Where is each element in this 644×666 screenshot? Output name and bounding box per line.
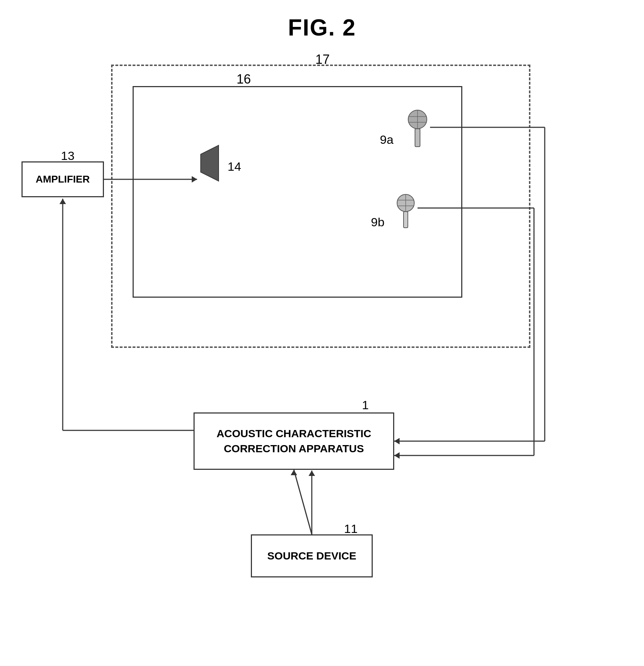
svg-rect-10 xyxy=(404,212,408,228)
svg-marker-16 xyxy=(394,438,400,444)
source-device-box: SOURCE DEVICE xyxy=(251,534,373,577)
svg-line-24 xyxy=(294,470,312,534)
label-14: 14 xyxy=(228,160,241,174)
amplifier-label: AMPLIFIER xyxy=(36,174,90,185)
microphone-9b xyxy=(394,194,418,233)
microphone-9a xyxy=(405,109,430,152)
acca-box: ACOUSTIC CHARACTERISTICCORRECTION APPARA… xyxy=(194,412,394,470)
svg-rect-5 xyxy=(415,129,420,147)
svg-marker-25 xyxy=(291,470,297,475)
source-label: SOURCE DEVICE xyxy=(267,550,356,562)
svg-marker-27 xyxy=(309,471,315,476)
label-9b: 9b xyxy=(371,215,385,229)
svg-marker-23 xyxy=(59,199,66,204)
label-1: 1 xyxy=(362,398,369,412)
page-container: FIG. 2 17 16 14 9a xyxy=(0,0,644,666)
figure-title: FIG. 2 xyxy=(288,14,356,41)
label-9a: 9a xyxy=(380,133,393,147)
label-13: 13 xyxy=(61,149,75,163)
label-11: 11 xyxy=(344,522,358,536)
acca-label: ACOUSTIC CHARACTERISTICCORRECTION APPARA… xyxy=(216,426,371,456)
svg-marker-20 xyxy=(394,452,400,459)
amplifier-box: AMPLIFIER xyxy=(22,161,104,197)
svg-marker-0 xyxy=(201,145,219,181)
